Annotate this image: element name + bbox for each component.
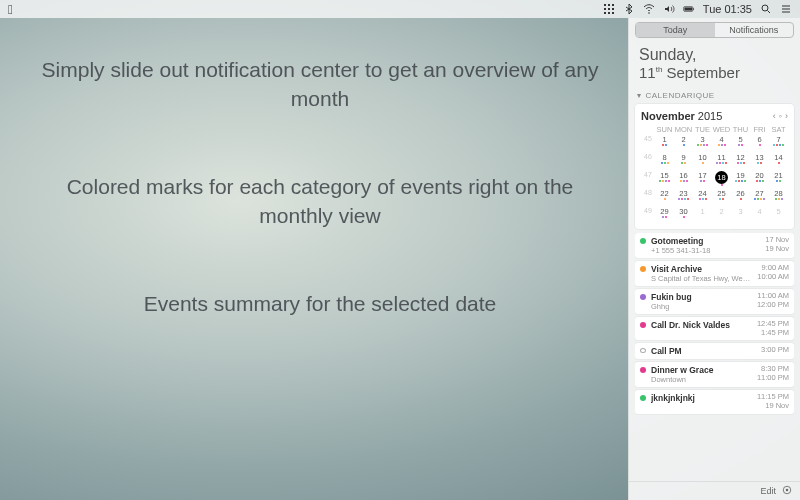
- event-item[interactable]: Dinner w GraceDowntown8:30 PM11:00 PM: [635, 362, 794, 387]
- notification-center-panel: Today Notifications Sunday, 11th Septemb…: [628, 18, 800, 500]
- event-item[interactable]: Fukin bugGhhg11:00 AM12:00 PM: [635, 289, 794, 314]
- calendar-day[interactable]: 3: [693, 135, 712, 153]
- calendar-day[interactable]: 11: [712, 153, 731, 171]
- calendar-day[interactable]: 8: [655, 153, 674, 171]
- today-dayofweek: Sunday,: [639, 46, 790, 64]
- wifi-icon[interactable]: [643, 3, 655, 15]
- calendar-day[interactable]: 7: [769, 135, 788, 153]
- calendar-day[interactable]: 30: [674, 207, 693, 225]
- calendar-day[interactable]: 24: [693, 189, 712, 207]
- edit-button[interactable]: Edit: [760, 486, 776, 496]
- calendar-day[interactable]: 25: [712, 189, 731, 207]
- calendar-day[interactable]: 2: [674, 135, 693, 153]
- gear-icon[interactable]: [782, 485, 792, 497]
- menubar-clock[interactable]: Tue 01:35: [703, 3, 752, 15]
- calendar-day[interactable]: 5: [769, 207, 788, 225]
- calendar-day[interactable]: 12: [731, 153, 750, 171]
- svg-rect-1: [608, 4, 610, 6]
- calendar-day[interactable]: 27: [750, 189, 769, 207]
- calendar-day[interactable]: 9: [674, 153, 693, 171]
- calendar-month-label: November 2015: [641, 110, 722, 122]
- svg-rect-2: [612, 4, 614, 6]
- month-grid: SUNMONTUEWEDTHUFRISAT 451234567468910111…: [641, 124, 788, 225]
- nc-edit-bar: Edit: [629, 481, 800, 500]
- nc-tabs: Today Notifications: [635, 22, 794, 38]
- event-item[interactable]: Visit ArchiveS Capital of Texas Hwy, Wes…: [635, 261, 794, 286]
- svg-line-14: [768, 11, 771, 14]
- spotlight-icon[interactable]: [760, 3, 772, 15]
- next-month-button[interactable]: ›: [785, 111, 788, 121]
- calendar-day[interactable]: 13: [750, 153, 769, 171]
- widget-name: CALENDARIQUE: [646, 91, 715, 100]
- event-list: Gotomeeting+1 555 341-31-1817 Nov19 NovV…: [635, 233, 794, 481]
- today-date: 11th September: [639, 64, 790, 81]
- widget-header[interactable]: ▾ CALENDARIQUE: [629, 89, 800, 102]
- svg-point-19: [786, 489, 789, 492]
- promo-copy: Simply slide out notification center to …: [40, 55, 600, 376]
- menubar:  Tue 01:35: [0, 0, 800, 18]
- calendar-day[interactable]: 19: [731, 171, 750, 189]
- svg-rect-6: [604, 12, 606, 14]
- calendar-day[interactable]: 23: [674, 189, 693, 207]
- volume-icon[interactable]: [663, 3, 675, 15]
- calendar-day[interactable]: 15: [655, 171, 674, 189]
- calendar-day[interactable]: 17: [693, 171, 712, 189]
- chevron-down-icon: ▾: [637, 91, 642, 100]
- calendar-day[interactable]: 21: [769, 171, 788, 189]
- calendar-day[interactable]: 29: [655, 207, 674, 225]
- event-item[interactable]: Gotomeeting+1 555 341-31-1817 Nov19 Nov: [635, 233, 794, 258]
- svg-rect-8: [612, 12, 614, 14]
- svg-rect-11: [684, 8, 692, 11]
- bluetooth-icon[interactable]: [623, 3, 635, 15]
- today-dot-button[interactable]: ◦: [779, 111, 782, 121]
- svg-point-13: [762, 5, 768, 11]
- svg-rect-4: [608, 8, 610, 10]
- calendar-day[interactable]: 2: [712, 207, 731, 225]
- svg-rect-12: [693, 8, 694, 10]
- promo-line-2: Colored marks for each category of event…: [40, 172, 600, 231]
- event-item[interactable]: Call PM3:00 PM: [635, 343, 794, 359]
- calendar-day[interactable]: 20: [750, 171, 769, 189]
- calendar-day[interactable]: 14: [769, 153, 788, 171]
- svg-rect-5: [612, 8, 614, 10]
- notification-center-icon[interactable]: [780, 3, 792, 15]
- svg-rect-3: [604, 8, 606, 10]
- calendar-day[interactable]: 26: [731, 189, 750, 207]
- calendar-day[interactable]: 6: [750, 135, 769, 153]
- calendar-day[interactable]: 28: [769, 189, 788, 207]
- apple-menu-icon[interactable]: : [8, 3, 13, 16]
- calendar-day[interactable]: 4: [750, 207, 769, 225]
- event-item[interactable]: Call Dr. Nick Valdes12:45 PM1:45 PM: [635, 317, 794, 340]
- tab-notifications[interactable]: Notifications: [715, 23, 794, 37]
- calendar-day[interactable]: 16: [674, 171, 693, 189]
- promo-line-1: Simply slide out notification center to …: [40, 55, 600, 114]
- calendar-day[interactable]: 3: [731, 207, 750, 225]
- calendar-card: November 2015 ‹ ◦ › SUNMONTUEWEDTHUFRISA…: [635, 104, 794, 229]
- calendar-day[interactable]: 5: [731, 135, 750, 153]
- calendar-day[interactable]: 22: [655, 189, 674, 207]
- prev-month-button[interactable]: ‹: [773, 111, 776, 121]
- svg-rect-0: [604, 4, 606, 6]
- today-date-header: Sunday, 11th September: [629, 42, 800, 89]
- event-item[interactable]: jknkjnkjnkj11:15 PM19 Nov: [635, 390, 794, 413]
- tab-today[interactable]: Today: [636, 23, 715, 37]
- calendar-day[interactable]: 1: [655, 135, 674, 153]
- calendar-day[interactable]: 1: [693, 207, 712, 225]
- calendar-day[interactable]: 18: [712, 171, 731, 189]
- grid-icon[interactable]: [603, 3, 615, 15]
- calendar-day[interactable]: 4: [712, 135, 731, 153]
- svg-rect-7: [608, 12, 610, 14]
- calendar-day[interactable]: 10: [693, 153, 712, 171]
- svg-point-9: [648, 12, 650, 14]
- promo-line-3: Events summary for the selected date: [40, 289, 600, 318]
- battery-icon[interactable]: [683, 3, 695, 15]
